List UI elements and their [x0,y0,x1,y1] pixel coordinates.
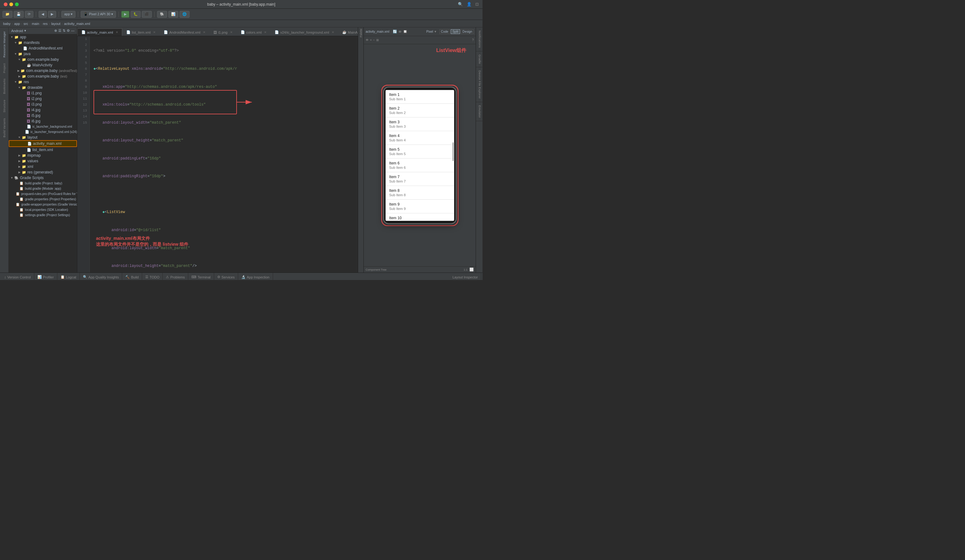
breadcrumb-item[interactable]: layout [51,22,60,26]
filter-icon[interactable]: ☰ [58,29,61,33]
preview-icon-1[interactable]: 🔄 [393,29,397,34]
design-view-btn[interactable]: Design [461,29,474,34]
tree-item-i2[interactable]: 🖼 i2.png [9,96,77,101]
tab-i1-png[interactable]: 🖼 i1.png ✕ [209,28,237,36]
list-item[interactable]: Item 3 Sub Item 3 [386,118,454,131]
tab-close-icon[interactable]: ✕ [230,31,232,34]
android-dropdown[interactable]: ▾ [24,29,26,33]
zoom-out-icon[interactable]: − [373,38,375,42]
code-view-btn[interactable]: Code [440,29,450,34]
tree-item-drawable[interactable]: ▼ 📁 drawable [9,85,77,90]
build-tab[interactable]: 🔨 Build [122,273,142,280]
terminal-tab[interactable]: ⌨ Terminal [188,273,214,280]
build-variants-tab[interactable]: Build Variants [2,116,7,140]
emulator-tab[interactable]: Emulator [476,102,483,121]
app-inspection-tab[interactable]: 🔬 App Inspection [238,273,273,280]
services-tab[interactable]: ⚙ Services [214,273,238,280]
tree-item-ic-launcher-fg[interactable]: 📄 ic_launcher_foreground.xml (v24) [9,129,77,135]
search-icon[interactable]: 🔍 [458,2,463,7]
back-btn[interactable]: ◀ [39,11,47,18]
list-item[interactable]: Item 10 Sub Item 10 [386,213,454,221]
list-item[interactable]: Item 9 Sub Item 9 [386,200,454,213]
tree-item-gradle-scripts[interactable]: ▼ 🐘 Gradle Scripts [9,175,77,181]
tree-item-i6[interactable]: 🖼 i6.jpg [9,118,77,124]
gradle-sync-btn[interactable]: 🐘 [157,11,167,18]
tree-item-com-androidtest[interactable]: ▶ 📁 com.example.baby (androidTest) [9,68,77,73]
minimize-button[interactable] [9,3,13,6]
gradle-tab[interactable]: Gradle [476,51,483,67]
avatar-icon[interactable]: 👤 [466,2,472,7]
tree-item-mainactivity[interactable]: ☕ MainActivity [9,62,77,68]
tree-item-i4[interactable]: 🖼 i4.jpg [9,107,77,113]
open-file-btn[interactable]: 📁 [3,11,13,18]
fit-icon[interactable]: ⊞ [376,38,379,42]
resource-manager-tab[interactable]: Resource Manager [2,29,7,60]
tree-item-res[interactable]: ▼ 📁 res [9,79,77,85]
tree-item-manifests[interactable]: ▼ 📁 manifests [9,40,77,46]
todo-tab[interactable]: ☰ TODO [142,273,163,280]
breadcrumb-item[interactable]: main [32,22,39,26]
tab-colors-xml[interactable]: 📄 colors.xml ✕ [237,28,271,36]
tree-item-com-test[interactable]: ▶ 📁 com.example.baby (test) [9,73,77,79]
device-file-explorer-tab[interactable]: Device File Explorer [476,67,483,102]
tab-android-manifest[interactable]: 📄 AndroidManifest.xml ✕ [160,28,209,36]
list-item[interactable]: Item 7 Sub Item 7 [386,172,454,186]
code-editor[interactable]: 1 2 3 4 5 6 7 8 9 10 11 12 13 14 [77,36,358,273]
tree-item-gradle-prop[interactable]: 📋 gradle.properties (Project Properties) [9,196,77,202]
project-tab[interactable]: Project [2,61,7,76]
breadcrumb-item-current[interactable]: activity_main.xml [64,22,90,26]
tree-item-activity-main[interactable]: 📄 activity_main.xml [9,140,77,147]
tree-item-ic-launcher-bg[interactable]: 📄 ic_launcher_background.xml [9,124,77,129]
problems-tab[interactable]: ⚠ Problems [163,273,188,280]
component-tree-label[interactable]: Component Tree [366,268,386,271]
profiler-tab[interactable]: 📊 Profiler [34,273,57,280]
expand-icon[interactable]: ⬜ [469,268,474,272]
split-view-btn[interactable]: Split [451,29,460,34]
tree-item-i5[interactable]: 🖼 i5.jpg [9,113,77,118]
sync-btn[interactable]: ⟳ [25,11,33,18]
translate-btn[interactable]: 🌐 [180,11,190,18]
stop-btn[interactable]: ⬛ [142,11,152,18]
layout-inspector-tab[interactable]: Layout Inspector [450,273,481,280]
tree-item-values[interactable]: ▶ 📁 values [9,158,77,164]
tab-close-icon[interactable]: ✕ [203,31,205,34]
notifications-tab[interactable]: Notifications [476,28,483,51]
tree-item-build-gradle-proj[interactable]: 📋 build.gradle (Project: baby) [9,181,77,186]
breadcrumb-item[interactable]: baby [3,22,11,26]
tab-mainactivity-java[interactable]: ☕ MainActivity.java ✕ [338,28,358,36]
tree-item-build-gradle-app[interactable]: 📋 build.gradle (Module :app) [9,186,77,191]
structure-tab[interactable]: Structure [2,97,7,115]
preview-icon-2[interactable]: 👁 [398,30,402,34]
tab-close-icon[interactable]: ✕ [332,31,334,34]
eye-icon[interactable]: 👁 [366,38,369,42]
tab-close-icon[interactable]: ✕ [264,31,267,34]
tree-item-mipmap[interactable]: ▶ 📁 mipmap [9,153,77,158]
maximize-button[interactable] [15,3,19,6]
list-item[interactable]: Item 4 Sub Item 4 [386,131,454,145]
app-quality-tab[interactable]: 🔍 App Quality Insights [80,273,123,280]
tree-item-settings-gradle[interactable]: 📋 settings.gradle (Project Settings) [9,212,77,218]
settings-icon[interactable]: ⚙ [67,29,70,33]
breadcrumb-item[interactable]: src [24,22,28,26]
app-selector[interactable]: app ▾ [61,11,75,18]
tree-item-app[interactable]: ▼ 📁 app [9,34,77,40]
list-item[interactable]: Item 8 Sub Item 8 [386,186,454,200]
tree-item-local-prop[interactable]: 📋 local.properties (SDK Location) [9,207,77,212]
preview-icon-3[interactable]: 🔲 [403,29,407,34]
palette-label[interactable]: Palette [359,29,363,38]
tree-item-androidmanifest[interactable]: 📄 AndroidManifest.xml [9,46,77,51]
tab-v24-foreground[interactable]: 📄 v24/ic_launcher_foreground.xml ✕ [271,28,338,36]
run-btn[interactable]: ▶ [121,11,129,18]
settings-icon[interactable]: ⊡ [475,2,479,7]
debug-btn[interactable]: 🐛 [131,11,141,18]
device-selector[interactable]: 📱 Pixel 2 API 30 ▾ [81,11,116,18]
list-item[interactable]: Item 2 Sub Item 2 [386,104,454,118]
tree-item-java[interactable]: ▼ 📁 java [9,51,77,57]
logcat-tab[interactable]: 📋 Logcat [57,273,80,280]
tree-item-i1[interactable]: 🖼 i1.png [9,90,77,96]
breadcrumb-item[interactable]: res [43,22,47,26]
sync-structure-icon[interactable]: ⊕ [54,29,57,33]
tree-item-gradle-wrapper[interactable]: 📋 gradle-wrapper.properties (Gradle Vers… [9,202,77,207]
tab-close-icon[interactable]: ✕ [116,31,118,34]
sort-icon[interactable]: ⇅ [63,29,65,33]
